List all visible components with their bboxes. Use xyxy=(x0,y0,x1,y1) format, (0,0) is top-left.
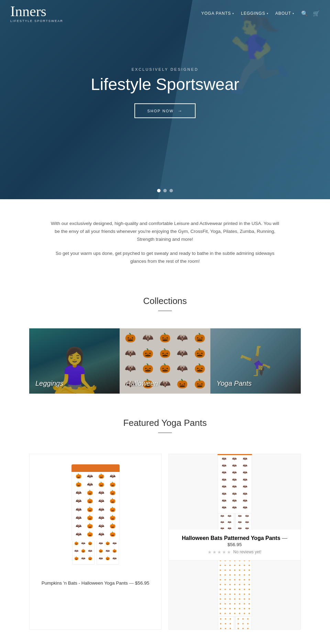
featured-products-wrap: 🎃 🦇 🎃 🦇 🎃 🦇 🎃 🎃 🦇 🎃 xyxy=(0,447,330,644)
intro-text-2: So get your warm ups done, get psyched t… xyxy=(48,250,282,265)
pant-waistband xyxy=(72,464,120,472)
pant-body: 🎃 🦇 🎃 🦇 🎃 🦇 🎃 🎃 🦇 🎃 xyxy=(72,472,120,541)
dots-body xyxy=(218,561,252,617)
chevron-down-icon: ▾ xyxy=(293,12,294,15)
product-image-3 xyxy=(169,561,300,629)
bats-pant: 🦇 🦇 🦇 🦇 🦇 🦇 🦇 🦇 🦇 🦇 xyxy=(214,454,255,530)
logo[interactable]: Inners LIFESTYLE SPORTSWEAR xyxy=(10,4,63,23)
pant-illustration-1: 🎃 🦇 🎃 🦇 🎃 🦇 🎃 🎃 🦇 🎃 xyxy=(68,464,123,564)
hero-content: EXCLUSIVELY DESIGNED Lifestyle Sportswea… xyxy=(79,67,251,118)
carousel-dot-3[interactable] xyxy=(169,189,173,192)
pant-legs: 🎃 🦇 🎃 🦇 🎃 🦇 🎃 🦇 🎃 xyxy=(68,541,123,565)
collection-halloween[interactable]: 🎃 🦇 🎃 🦇 🎃 🦇 🎃 🎃 🦇 🎃 🦇 🎃 🎃 🦇 xyxy=(120,328,210,394)
collections-heading: Collections xyxy=(0,289,330,325)
collections-title: Collections xyxy=(0,296,330,306)
featured-heading: Featured Yoga Pants xyxy=(0,411,330,447)
product-name-2: Halloween Bats Patterned Yoga Pants — $5… xyxy=(174,535,295,547)
product-card-1[interactable]: 🎃 🦇 🎃 🦇 🎃 🦇 🎃 🎃 🦇 🎃 xyxy=(29,454,162,630)
collection-label: Yoga Pants xyxy=(217,380,252,387)
reviews-text: No reviews yet! xyxy=(233,550,261,554)
site-header: Inners LIFESTYLE SPORTSWEAR YOGA PANTS ▾… xyxy=(0,0,330,27)
main-nav: YOGA PANTS ▾ LEGGINGS ▾ ABOUT ▾ 🔍 🛒 xyxy=(201,10,320,17)
product-card-2[interactable]: 🦇 🦇 🦇 🦇 🦇 🦇 🦇 🦇 🦇 🦇 xyxy=(168,454,301,560)
collections-section: Collections 🧘‍♀️ Leggings 🎃 xyxy=(0,289,330,411)
intro-text-1: With our exclusively designed, high-qual… xyxy=(48,220,282,244)
dots-leg-inner-2 xyxy=(236,617,251,629)
brand-name: Inners xyxy=(10,4,63,19)
nav-leggings[interactable]: LEGGINGS ▾ xyxy=(241,11,268,16)
collection-leggings[interactable]: 🧘‍♀️ Leggings xyxy=(29,328,120,394)
chevron-down-icon: ▾ xyxy=(232,12,234,15)
hero-section: 🏃‍♀️ EXCLUSIVELY DESIGNED Lifestyle Spor… xyxy=(0,0,330,199)
search-icon[interactable]: 🔍 xyxy=(301,10,308,17)
intro-section: With our exclusively designed, high-qual… xyxy=(0,199,330,289)
dots-leg-right xyxy=(235,617,252,629)
featured-title: Featured Yoga Pants xyxy=(0,418,330,428)
pant-body-inner: 🎃 🦇 🎃 🦇 🎃 🦇 🎃 🎃 🦇 🎃 xyxy=(72,472,120,541)
bats-legs: 🦇 🦇 🦇 🦇 🦇 🦇 xyxy=(214,513,255,530)
hero-title: Lifestyle Sportswear xyxy=(79,75,251,94)
product-card-3[interactable] xyxy=(168,560,301,630)
collection-yoga-pants[interactable]: 🤸‍♀️ Yoga Pants xyxy=(210,328,301,394)
star-5: ★ xyxy=(227,550,231,555)
pant-leg-left: 🎃 🦇 🎃 🦇 🎃 🦇 🎃 🦇 🎃 xyxy=(72,541,95,565)
section-divider xyxy=(158,432,172,433)
bats-leg-right: 🦇 🦇 🦇 🦇 🦇 🦇 xyxy=(235,513,252,530)
product-image-2: 🦇 🦇 🦇 🦇 🦇 🦇 🦇 🦇 🦇 🦇 xyxy=(169,454,300,530)
collection-label: Leggings xyxy=(35,380,63,387)
product-price-2: $56.95 xyxy=(228,542,242,547)
bats-emoji-grid: 🦇 🦇 🦇 🦇 🦇 🦇 🦇 🦇 🦇 🦇 xyxy=(218,455,252,513)
dots-legs xyxy=(214,617,255,629)
star-3: ★ xyxy=(217,550,221,555)
collection-label-wrap: Halloween xyxy=(120,328,210,394)
cart-icon[interactable]: 🛒 xyxy=(313,10,320,17)
dots-pattern xyxy=(218,561,252,616)
section-divider xyxy=(158,310,172,311)
nav-icon-group: 🔍 🛒 xyxy=(301,10,320,17)
collections-grid: 🧘‍♀️ Leggings 🎃 🦇 🎃 🦇 🎃 🦇 xyxy=(29,328,301,394)
pant-leg-right: 🦇 🎃 🦇 🎃 🦇 🎃 🦇 🎃 🦇 xyxy=(97,541,119,565)
hero-eyebrow: EXCLUSIVELY DESIGNED xyxy=(79,67,251,71)
featured-section: Featured Yoga Pants 🎃 🦇 xyxy=(0,411,330,644)
product-info-2: Halloween Bats Patterned Yoga Pants — $5… xyxy=(169,530,300,560)
product-price-1: $56.95 xyxy=(135,580,149,586)
brand-tagline: LIFESTYLE SPORTSWEAR xyxy=(10,19,63,23)
carousel-dot-2[interactable] xyxy=(163,189,167,192)
chevron-down-icon: ▾ xyxy=(267,12,268,15)
arrow-icon: → xyxy=(177,108,183,113)
nav-about[interactable]: ABOUT ▾ xyxy=(275,11,294,16)
dots-leg-inner xyxy=(218,617,234,629)
product-info-1: Pumpkins 'n Bats - Halloween Yoga Pants … xyxy=(30,574,161,591)
bats-leg-left: 🦇 🦇 🦇 🦇 🦇 🦇 xyxy=(218,513,234,530)
carousel-dot-1[interactable] xyxy=(157,189,161,192)
dots-pant xyxy=(214,561,255,629)
product-name-1: Pumpkins 'n Bats - Halloween Yoga Pants … xyxy=(42,580,149,586)
star-1: ★ xyxy=(208,550,212,555)
pant-emoji-pattern: 🎃 🦇 🎃 🦇 🎃 🦇 🎃 🎃 🦇 🎃 xyxy=(72,472,119,541)
collections-grid-wrap: 🧘‍♀️ Leggings 🎃 🦇 🎃 🦇 🎃 🦇 xyxy=(0,325,330,411)
star-2: ★ xyxy=(212,550,217,555)
product-image-1: 🎃 🦇 🎃 🦇 🎃 🦇 🎃 🎃 🦇 🎃 xyxy=(30,454,161,574)
nav-yoga-pants[interactable]: YOGA PANTS ▾ xyxy=(201,11,234,16)
star-4: ★ xyxy=(222,550,226,555)
collection-label-wrap: Yoga Pants xyxy=(210,328,301,394)
right-product-column: 🦇 🦇 🦇 🦇 🦇 🦇 🦇 🦇 🦇 🦇 xyxy=(168,454,301,630)
dots-leg-left xyxy=(218,617,234,629)
shop-now-button[interactable]: ShoP NoW → xyxy=(134,103,196,118)
collection-label: Halloween xyxy=(126,380,158,387)
bats-body: 🦇 🦇 🦇 🦇 🦇 🦇 🦇 🦇 🦇 🦇 xyxy=(218,455,252,513)
products-grid: 🎃 🦇 🎃 🦇 🎃 🦇 🎃 🎃 🦇 🎃 xyxy=(29,454,301,630)
collection-label-wrap: Leggings xyxy=(29,328,120,394)
carousel-dots xyxy=(157,189,173,192)
product-stars-2: ★ ★ ★ ★ ★ No reviews yet! xyxy=(174,550,295,555)
